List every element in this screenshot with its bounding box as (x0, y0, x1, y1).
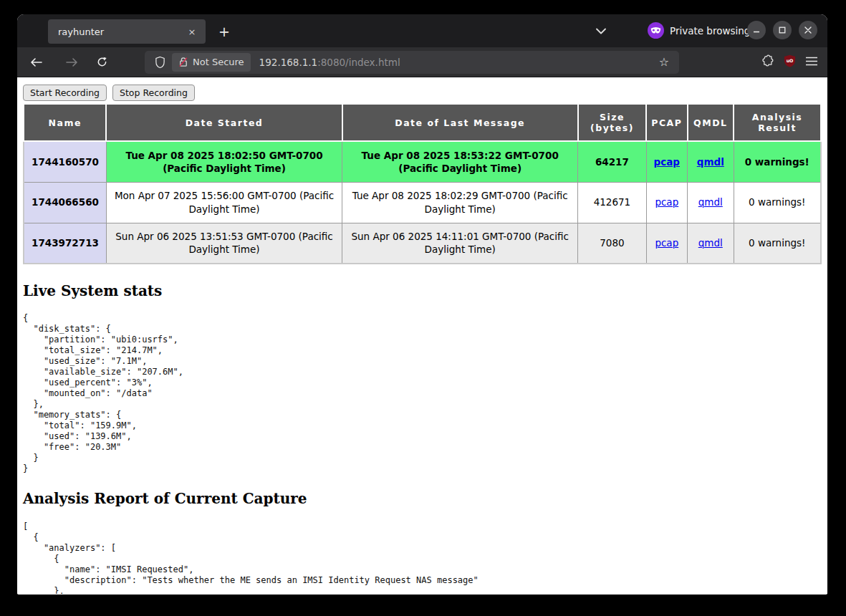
captures-table: Name Date Started Date of Last Message S… (23, 103, 822, 264)
table-header-row: Name Date Started Date of Last Message S… (24, 104, 821, 141)
capture-date-started: Mon Apr 07 2025 15:56:00 GMT-0700 (Pacif… (106, 182, 342, 223)
capture-name: 1744160570 (24, 141, 106, 182)
qmdl-link[interactable]: qmdl (698, 196, 723, 208)
header-date-started: Date Started (106, 104, 342, 141)
analysis-result: 0 warnings! (734, 223, 821, 264)
qmdl-link[interactable]: qmdl (697, 156, 724, 168)
url-path: :8080/index.html (317, 57, 400, 68)
maximize-button[interactable] (773, 21, 792, 39)
forward-icon (66, 58, 78, 67)
header-pcap: PCAP (646, 104, 687, 141)
capture-size: 64217 (578, 141, 646, 182)
toolbar-right-icons: uO (761, 54, 820, 70)
back-icon (30, 58, 42, 67)
capture-date-last: Tue Apr 08 2025 18:02:29 GMT-0700 (Pacif… (342, 182, 578, 223)
analysis-result: 0 warnings! (734, 141, 821, 182)
start-recording-button[interactable]: Start Recording (23, 85, 107, 101)
analysis-report-json: [ { "analyzers": [ { "name": "IMSI Reque… (23, 521, 822, 594)
header-date-last: Date of Last Message (342, 104, 578, 141)
capture-size: 412671 (578, 182, 646, 223)
menu-hamburger-icon[interactable] (806, 55, 817, 69)
system-stats-json: { "disk_stats": { "partition": "ubi0:usr… (23, 313, 822, 474)
list-tabs-button[interactable] (590, 23, 612, 39)
minimize-button[interactable] (747, 21, 766, 39)
url-bar[interactable]: Not Secure 192.168.1.1:8080/index.html ☆ (145, 51, 679, 74)
private-mask-icon (648, 22, 664, 39)
qmdl-link[interactable]: qmdl (698, 237, 723, 249)
navigation-toolbar: Not Secure 192.168.1.1:8080/index.html ☆… (17, 47, 827, 77)
svg-text:uO: uO (787, 57, 794, 62)
header-analysis: Analysis Result (734, 104, 821, 141)
header-name: Name (24, 104, 106, 141)
back-button[interactable] (24, 52, 47, 73)
analysis-report-heading: Analysis Report of Current Capture (23, 490, 822, 507)
page-content: Start Recording Stop Recording Name Date… (17, 77, 827, 594)
titlebar: rayhunter × + Private browsing (17, 14, 827, 47)
reload-button[interactable] (90, 52, 113, 73)
header-qmdl: QMDL (688, 104, 734, 141)
forward-button[interactable] (60, 52, 83, 73)
table-row: 1744160570 Tue Apr 08 2025 18:02:50 GMT-… (24, 141, 821, 182)
capture-date-started: Sun Apr 06 2025 13:51:53 GMT-0700 (Pacif… (106, 223, 342, 264)
not-secure-chip[interactable]: Not Secure (172, 53, 251, 72)
chevron-down-icon (596, 28, 606, 34)
private-browsing-indicator: Private browsing (648, 22, 750, 39)
tracking-shield-icon[interactable] (150, 53, 169, 72)
recording-controls: Start Recording Stop Recording (23, 85, 822, 101)
pcap-link[interactable]: pcap (655, 237, 678, 249)
capture-name: 1744066560 (24, 182, 106, 223)
not-secure-label: Not Secure (193, 57, 244, 67)
browser-window: rayhunter × + Private browsing (17, 14, 827, 595)
capture-name: 1743972713 (24, 223, 106, 264)
window-controls (747, 21, 817, 39)
tab-title: rayhunter (58, 27, 184, 37)
pcap-link[interactable]: pcap (654, 156, 680, 168)
reload-icon (97, 57, 107, 67)
broken-lock-icon (178, 57, 188, 67)
capture-date-last: Tue Apr 08 2025 18:53:22 GMT-0700 (Pacif… (342, 141, 578, 182)
url-host: 192.168.1.1 (259, 57, 318, 68)
bookmark-star-icon[interactable]: ☆ (655, 53, 673, 72)
analysis-result: 0 warnings! (734, 182, 821, 223)
stop-recording-button[interactable]: Stop Recording (112, 85, 195, 101)
tab-rayhunter[interactable]: rayhunter × (48, 19, 206, 44)
table-row: 1744066560 Mon Apr 07 2025 15:56:00 GMT-… (24, 182, 821, 223)
pcap-link[interactable]: pcap (655, 196, 678, 208)
ublock-origin-icon[interactable]: uO (784, 54, 796, 70)
new-tab-button[interactable]: + (213, 21, 235, 42)
header-size: Size (bytes) (578, 104, 646, 141)
live-system-stats-heading: Live System stats (23, 282, 822, 299)
table-row: 1743972713 Sun Apr 06 2025 13:51:53 GMT-… (24, 223, 821, 264)
capture-size: 7080 (578, 223, 646, 264)
close-window-button[interactable] (799, 21, 817, 39)
maximize-icon (779, 27, 786, 34)
close-icon (804, 27, 812, 34)
extensions-puzzle-icon[interactable] (761, 54, 774, 69)
minimize-icon (753, 27, 760, 34)
tab-close-icon[interactable]: × (184, 24, 200, 39)
capture-date-started: Tue Apr 08 2025 18:02:50 GMT-0700 (Pacif… (106, 141, 342, 182)
capture-date-last: Sun Apr 06 2025 14:11:01 GMT-0700 (Pacif… (342, 223, 578, 264)
private-browsing-label: Private browsing (670, 25, 750, 37)
url-text: 192.168.1.1:8080/index.html (259, 57, 400, 68)
